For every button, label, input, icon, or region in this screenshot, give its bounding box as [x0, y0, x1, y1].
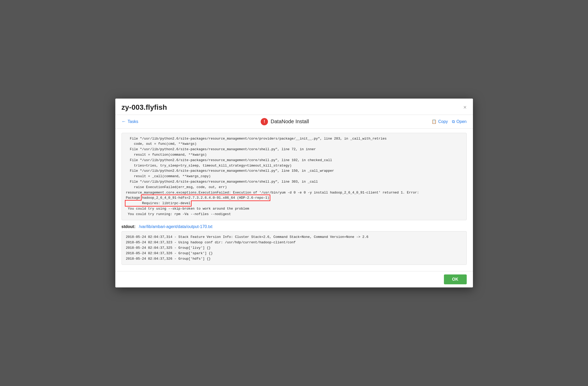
error-icon: ! — [261, 118, 268, 125]
toolbar-center: ! DataNode Install — [261, 118, 309, 125]
stderr-code-block[interactable]: File "/usr/lib/python2.6/site-packages/r… — [122, 133, 467, 220]
stdout-label-row: stdout: /var/lib/ambari-agent/data/outpu… — [122, 224, 467, 229]
open-icon: ⧉ — [452, 119, 455, 124]
copy-icon: 📋 — [431, 119, 437, 124]
copy-label: Copy — [438, 119, 448, 124]
tasks-label: Tasks — [128, 119, 138, 124]
stdout-code-block[interactable]: 2018-05-24 02:04:37,314 - Stack Feature … — [122, 231, 467, 265]
ok-button[interactable]: OK — [444, 274, 467, 284]
modal-toolbar: ← Tasks ! DataNode Install 📋 Copy ⧉ Open — [115, 115, 473, 129]
modal-title: zy-003.flyfish — [122, 103, 167, 112]
stdout-label: stdout: — [122, 224, 136, 229]
toolbar-actions: 📋 Copy ⧉ Open — [431, 119, 467, 124]
open-label: Open — [456, 119, 466, 124]
back-arrow-icon: ← — [122, 119, 126, 124]
toolbar-title: DataNode Install — [271, 119, 309, 125]
open-button[interactable]: ⧉ Open — [452, 119, 466, 124]
modal-header: zy-003.flyfish × — [115, 99, 473, 115]
modal-dialog: zy-003.flyfish × ← Tasks ! DataNode Inst… — [115, 99, 473, 288]
tasks-link[interactable]: ← Tasks — [122, 119, 138, 124]
modal-body: File "/usr/lib/python2.6/site-packages/r… — [115, 129, 473, 271]
copy-button[interactable]: 📋 Copy — [431, 119, 448, 124]
modal-footer: OK — [115, 271, 473, 287]
close-button[interactable]: × — [463, 105, 467, 110]
stderr-section: File "/usr/lib/python2.6/site-packages/r… — [122, 133, 467, 220]
stdout-path: /var/lib/ambari-agent/data/output-170.tx… — [139, 224, 212, 229]
